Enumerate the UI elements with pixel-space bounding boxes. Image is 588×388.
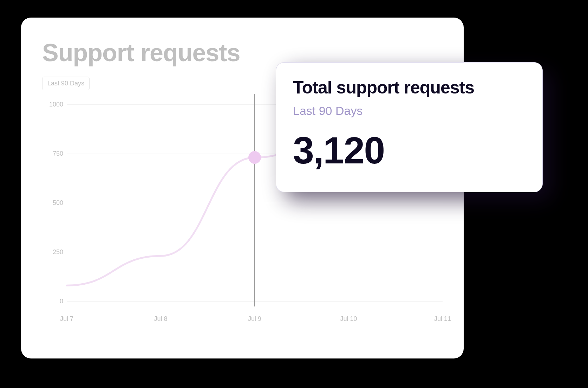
crosshair	[254, 94, 255, 306]
date-range-chip[interactable]: Last 90 Days	[42, 77, 90, 90]
x-tick: Jul 9	[248, 315, 261, 323]
y-axis: 02505007501000	[42, 104, 63, 301]
y-tick: 0	[60, 298, 63, 305]
x-tick: Jul 11	[434, 315, 451, 323]
y-tick: 250	[53, 248, 63, 256]
stat-card: Total support requests Last 90 Days 3,12…	[276, 62, 543, 192]
stat-subtitle: Last 90 Days	[293, 104, 525, 118]
y-tick: 500	[53, 199, 63, 207]
y-tick: 750	[53, 150, 63, 157]
x-tick: Jul 8	[154, 315, 167, 323]
x-tick: Jul 10	[340, 315, 357, 323]
data-point-marker	[248, 151, 261, 164]
y-tick: 1000	[49, 101, 63, 108]
x-tick: Jul 7	[60, 315, 73, 323]
stat-value: 3,120	[293, 128, 525, 172]
x-axis: Jul 7Jul 8Jul 9Jul 10Jul 11	[67, 315, 443, 326]
stat-title: Total support requests	[293, 77, 525, 98]
